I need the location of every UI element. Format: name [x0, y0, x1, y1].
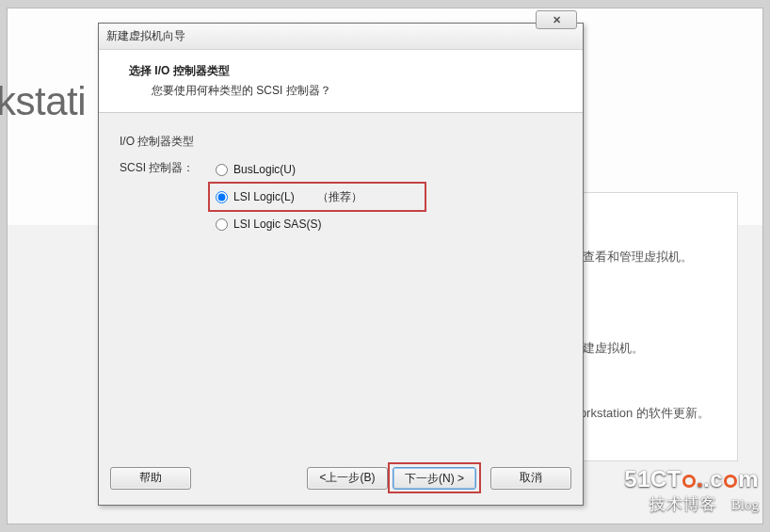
radio-buslogic-row[interactable]: BusLogic(U) [212, 157, 562, 182]
radio-lsi-logic-label: LSI Logic(L) [233, 190, 295, 203]
wizard-body: I/O 控制器类型 SCSI 控制器： BusLogic(U) LSI Logi… [99, 113, 583, 236]
wizard-heading: 选择 I/O 控制器类型 [129, 63, 562, 79]
help-button[interactable]: 帮助 [110, 467, 191, 490]
wizard-header: 选择 I/O 控制器类型 您要使用何种类型的 SCSI 控制器？ [99, 50, 583, 113]
radio-lsi-row[interactable]: LSI Logic(L) （推荐） [212, 185, 423, 209]
io-controller-section-label: I/O 控制器类型 [120, 134, 562, 150]
watermark-brand: 51CT..cm [624, 466, 759, 492]
radio-lsi-logic[interactable] [216, 191, 228, 203]
radio-lsi-sas[interactable] [216, 218, 228, 231]
next-button-highlight: 下一步(N) > [388, 462, 481, 493]
wizard-subheading: 您要使用何种类型的 SCSI 控制器？ [129, 83, 562, 99]
scsi-field-label: SCSI 控制器： [120, 157, 212, 176]
radio-buslogic[interactable] [216, 164, 228, 176]
watermark-sub-text: 技术博客 [650, 495, 717, 513]
watermark-text-a: 51CT [624, 466, 682, 492]
wizard-button-bar: 帮助 <上一步(B) 下一步(N) > 取消 [110, 462, 571, 493]
radio-lsi-sas-label: LSI Logic SAS(S) [233, 218, 321, 231]
scsi-radio-group: BusLogic(U) LSI Logic(L) （推荐） LSI Logic … [212, 157, 562, 236]
radio-buslogic-label: BusLogic(U) [233, 163, 296, 176]
watermark-o-icon-1 [682, 475, 696, 488]
next-button[interactable]: 下一步(N) > [393, 467, 476, 490]
bg-header-text: kstati [0, 79, 86, 124]
dialog-title: 新建虚拟机向导 [106, 28, 185, 44]
watermark: 51CT..cm 技术博客 Blog [624, 466, 759, 515]
dialog-titlebar: 新建虚拟机向导 ✕ [99, 24, 583, 50]
scsi-field-row: SCSI 控制器： BusLogic(U) LSI Logic(L) （推荐） [120, 157, 562, 236]
watermark-dot-icon: . [697, 464, 704, 493]
watermark-o-icon-2 [724, 475, 737, 488]
watermark-text-c: m [738, 466, 759, 492]
highlight-recommended: LSI Logic(L) （推荐） [208, 182, 426, 212]
watermark-blog-text: Blog [731, 497, 759, 512]
recommended-text: （推荐） [317, 189, 362, 205]
back-button[interactable]: <上一步(B) [307, 467, 388, 490]
new-vm-wizard-dialog: 新建虚拟机向导 ✕ 选择 I/O 控制器类型 您要使用何种类型的 SCSI 控制… [98, 23, 584, 506]
radio-lsi-sas-row[interactable]: LSI Logic SAS(S) [212, 212, 562, 236]
watermark-sub: 技术博客 Blog [624, 493, 759, 515]
close-icon: ✕ [553, 14, 561, 26]
close-button[interactable]: ✕ [536, 10, 577, 29]
watermark-text-b: .c [703, 466, 723, 492]
cancel-button[interactable]: 取消 [490, 467, 571, 490]
